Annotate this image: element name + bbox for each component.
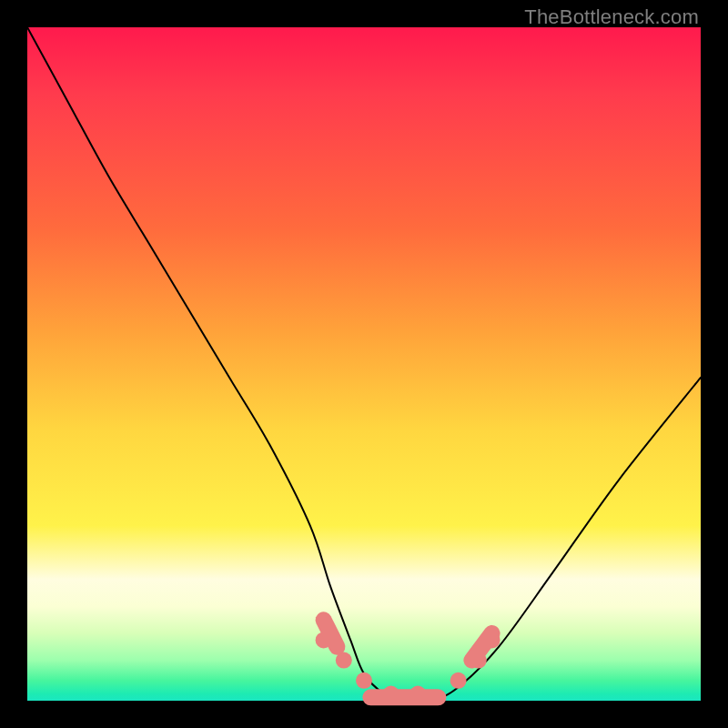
chart-wrapper: TheBottleneck.com bbox=[0, 0, 728, 728]
curve-marker bbox=[471, 633, 491, 661]
attribution-text: TheBottleneck.com bbox=[524, 5, 699, 29]
curve-marker bbox=[450, 672, 467, 689]
bottleneck-curve bbox=[27, 27, 701, 701]
plot-area bbox=[27, 27, 701, 701]
curve-path bbox=[27, 27, 701, 702]
curve-marker bbox=[356, 672, 372, 689]
curve-markers bbox=[316, 620, 500, 702]
